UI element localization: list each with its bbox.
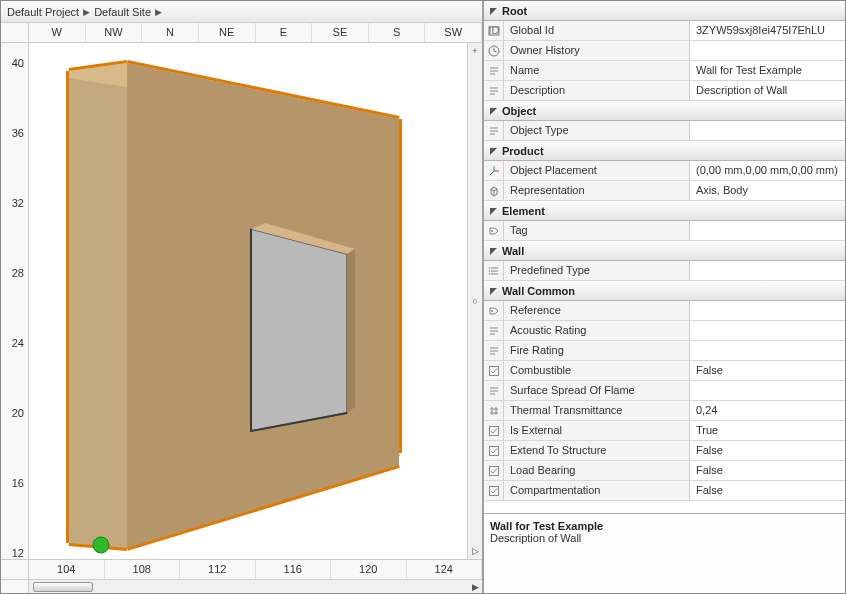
property-grid[interactable]: RootIDGlobal Id3ZYW59sxj8Iei475I7EhLUOwn… [484,1,845,513]
scroll-right-button[interactable]: ▶ [468,582,482,592]
expand-icon[interactable] [484,205,502,217]
property-key: Thermal Transmittance [504,401,690,420]
breadcrumb[interactable]: Default Project ▶ Default Site ▶ [1,1,482,23]
property-value[interactable]: 3ZYW59sxj8Iei475I7EhLU [690,21,845,40]
property-icon-cell [484,161,504,180]
property-value[interactable] [690,381,845,400]
clock-icon [488,45,500,57]
property-icon-cell [484,401,504,420]
property-value[interactable] [690,261,845,280]
breadcrumb-item-site[interactable]: Default Site [94,6,151,18]
description-panel: Wall for Test Example Description of Wal… [484,513,845,593]
property-value[interactable]: False [690,481,845,500]
property-value[interactable]: 0,24 [690,401,845,420]
ruler-tick: 120 [331,560,407,579]
vertical-scrollbar[interactable]: + ○ ▷ [467,43,482,559]
property-row[interactable]: Owner History [484,41,845,61]
property-key: Combustible [504,361,690,380]
property-key: Compartmentation [504,481,690,500]
property-row[interactable]: CompartmentationFalse [484,481,845,501]
property-value[interactable]: False [690,361,845,380]
property-row[interactable]: IDGlobal Id3ZYW59sxj8Iei475I7EhLU [484,21,845,41]
property-value[interactable] [690,221,845,240]
scroll-recenter-button[interactable]: ○ [469,295,481,307]
expand-icon[interactable] [484,285,502,297]
property-value[interactable]: False [690,441,845,460]
section-header[interactable]: Element [484,201,845,221]
ruler-tick: 104 [29,560,105,579]
property-row[interactable]: CombustibleFalse [484,361,845,381]
svg-point-45 [491,310,493,312]
property-row[interactable]: Predefined Type [484,261,845,281]
property-row[interactable]: Fire Rating [484,341,845,361]
property-key: Owner History [504,41,690,60]
property-row[interactable]: RepresentationAxis, Body [484,181,845,201]
wall-side-face [69,63,127,548]
origin-handle[interactable] [93,537,109,553]
property-value[interactable]: (0,00 mm,0,00 mm,0,00 mm) [690,161,845,180]
svg-rect-52 [489,366,498,375]
property-value[interactable]: False [690,461,845,480]
property-value[interactable]: True [690,421,845,440]
horizontal-scrollbar[interactable]: ▶ [29,580,482,593]
scroll-up-button[interactable]: + [469,45,481,57]
checkbox-icon [488,365,500,377]
section-header[interactable]: Product [484,141,845,161]
expand-icon[interactable] [484,145,502,157]
viewport-pane: Default Project ▶ Default Site ▶ WNWNNEE… [1,1,484,593]
id-icon: ID [488,25,500,37]
property-key: Predefined Type [504,261,690,280]
checkbox-icon [488,425,500,437]
section-header[interactable]: Wall [484,241,845,261]
property-value[interactable]: Description of Wall [690,81,845,100]
svg-line-28 [490,171,494,175]
property-row[interactable]: Acoustic Rating [484,321,845,341]
section-title: Wall [502,245,524,257]
vertical-ruler: 4036322824201612 [1,43,29,559]
property-value[interactable] [690,121,845,140]
property-icon-cell [484,441,504,460]
property-row[interactable]: Object Type [484,121,845,141]
property-row[interactable]: Tag [484,221,845,241]
expand-icon[interactable] [484,5,502,17]
property-row[interactable]: Load BearingFalse [484,461,845,481]
svg-text:ID: ID [488,25,499,36]
property-row[interactable]: Thermal Transmittance0,24 [484,401,845,421]
property-value[interactable]: Wall for Test Example [690,61,845,80]
property-row[interactable]: Object Placement(0,00 mm,0,00 mm,0,00 mm… [484,161,845,181]
expand-icon[interactable] [484,245,502,257]
property-value[interactable] [690,321,845,340]
property-value[interactable] [690,41,845,60]
expand-icon[interactable] [484,105,502,117]
compass-label: NE [199,23,256,42]
property-key: Representation [504,181,690,200]
section-header[interactable]: Wall Common [484,281,845,301]
property-key: Surface Spread Of Flame [504,381,690,400]
property-row[interactable]: DescriptionDescription of Wall [484,81,845,101]
property-value[interactable] [690,341,845,360]
property-icon-cell [484,321,504,340]
number-icon [488,405,500,417]
svg-marker-43 [490,288,497,295]
svg-point-35 [491,230,493,232]
section-header[interactable]: Root [484,1,845,21]
scroll-down-button[interactable]: ▷ [469,545,481,557]
viewport-3d[interactable] [29,43,467,559]
property-row[interactable]: Extend To StructureFalse [484,441,845,461]
property-row[interactable]: NameWall for Test Example [484,61,845,81]
compass-label: E [256,23,313,42]
svg-marker-25 [490,148,497,155]
text-icon [488,85,500,97]
ruler-tick: 112 [180,560,256,579]
breadcrumb-item-project[interactable]: Default Project [7,6,79,18]
property-icon-cell [484,421,504,440]
section-header[interactable]: Object [484,101,845,121]
property-value[interactable]: Axis, Body [690,181,845,200]
property-row[interactable]: Reference [484,301,845,321]
property-row[interactable]: Surface Spread Of Flame [484,381,845,401]
property-value[interactable] [690,301,845,320]
property-row[interactable]: Is ExternalTrue [484,421,845,441]
compass-ruler: WNWNNEESESSW [1,23,482,43]
compass-label: SE [312,23,369,42]
scroll-thumb[interactable] [33,582,93,592]
